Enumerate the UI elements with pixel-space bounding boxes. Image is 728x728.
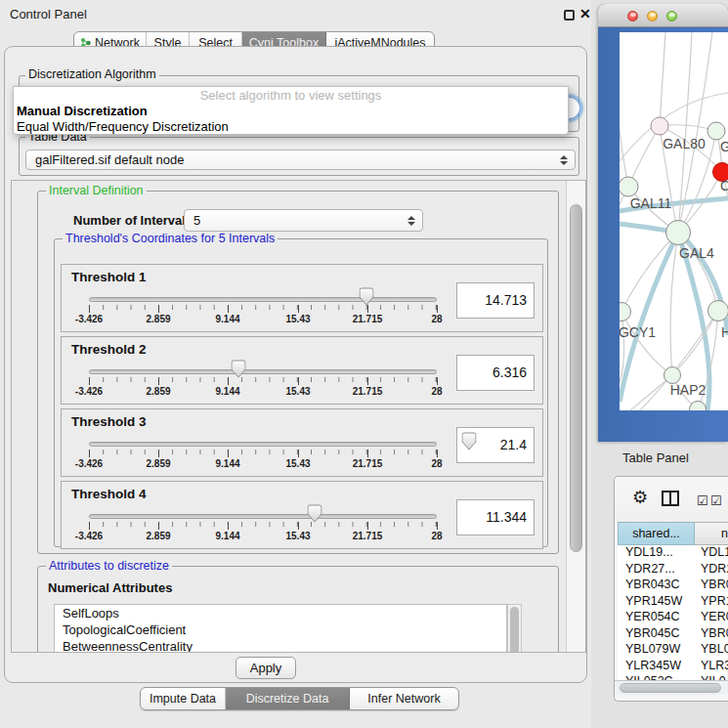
network-graph: GAL80 G C GAL11 GAL4 GCY1 H HAP2 [620,32,728,410]
table-row[interactable]: YPR145WYPR1 [618,594,728,611]
close-traffic-light-icon[interactable] [627,11,638,21]
slider-ticks [89,522,437,527]
threshold-2-panel: Threshold 2 -3.426 2.859 9.144 15.43 21.… [61,336,543,405]
network-view-window: GAL80 G C GAL11 GAL4 GCY1 H HAP2 [598,4,728,442]
threshold-1-panel: Threshold 1 -3.426 2.859 9.144 15.43 21.… [61,264,543,332]
table-horizontal-scrollbar[interactable] [615,680,728,695]
dropdown-item-manual[interactable]: Manual Discretization [14,104,568,119]
threshold-4-slider[interactable] [89,514,437,519]
threshold-3-slider[interactable] [89,442,437,447]
dropdown-placeholder[interactable]: Select algorithm to view settings [14,87,568,104]
dropdown-item-equal-width[interactable]: Equal Width/Frequency Discretization [14,119,568,135]
node-gal80[interactable] [651,117,668,135]
table-header-row: shared... name [618,522,728,545]
column-header-shared-name[interactable]: shared... [618,522,695,545]
apply-button[interactable]: Apply [236,657,296,679]
threshold-1-value-field[interactable]: 14.713 [456,282,535,319]
attributes-list: SelfLoops TopologicalCoefficient Between… [54,604,507,653]
threshold-coordinates-label: Threshold's Coordinates for 5 Intervals [63,232,278,245]
slider-handle[interactable] [461,432,476,450]
select-checkbox-icon[interactable]: ☑ [710,493,722,508]
node-partial-h[interactable] [708,301,728,321]
select-checkbox-icon[interactable]: ☑ [697,493,708,508]
node-label: C [720,178,728,193]
bottom-tab-bar: Impute Data Discretize Data Infer Networ… [140,687,459,710]
screen: Control Panel ✕ Network Style Select Cyn… [0,0,728,728]
list-item[interactable]: SelfLoops [55,605,506,621]
table-data-combobox[interactable]: galFiltered.sif default node [25,150,576,170]
node-label: GAL4 [679,245,714,261]
network-window-titlebar[interactable] [598,4,728,27]
node-label: GAL11 [630,195,672,211]
node-bottom-partial[interactable] [690,402,707,411]
table-panel-title: Table Panel [622,450,689,465]
zoom-traffic-light-icon[interactable] [666,11,677,21]
interval-definition-label: Interval Definition [46,184,147,197]
threshold-2-value-field[interactable]: 6.316 [456,355,535,391]
table-rows: YDL19...YDL1 YDR27...YDR2 YBR043CYBR0 YP… [618,545,728,680]
gear-icon[interactable]: ⚙ [632,487,648,508]
threshold-1-slider[interactable] [89,297,437,302]
list-item[interactable]: BetweennessCentrality [55,638,506,653]
threshold-2-slider[interactable] [89,369,437,374]
split-view-icon[interactable] [662,491,679,510]
table-panel: ⚙ ☑ ☑ shared... name YDL19...YDL1 YDR27.… [614,476,728,702]
table-row[interactable]: YDL19...YDL1 [618,545,728,562]
network-canvas[interactable]: GAL80 G C GAL11 GAL4 GCY1 H HAP2 [620,32,728,410]
algorithm-dropdown-popup: Select algorithm to view settings Manual… [13,86,569,135]
threshold-coordinates-groupbox: Threshold's Coordinates for 5 Intervals … [54,238,548,547]
column-header-name[interactable]: name [695,522,728,545]
node-label: H [721,324,728,340]
node-label: GCY1 [620,324,656,340]
close-icon[interactable]: ✕ [579,6,591,21]
panel-title: Control Panel [10,7,87,21]
slider-ticks [89,377,437,382]
node-label: G [720,139,728,154]
table-row[interactable]: YBR043CYBR0 [618,578,728,594]
minimize-traffic-light-icon[interactable] [647,11,658,21]
cyni-toolbox-panel: Discretization Algorithm Table Data galF… [4,46,587,683]
slider-handle[interactable] [231,360,245,378]
table-row[interactable]: YDR27...YDR2 [618,562,728,578]
stepper-icon [407,216,415,226]
number-of-intervals-combobox[interactable]: 5 [184,209,423,232]
node-gal11[interactable] [620,177,638,196]
node-label: HAP2 [670,382,707,398]
control-panel-window: Control Panel ✕ Network Style Select Cyn… [0,0,591,728]
float-window-icon[interactable] [564,10,575,21]
node-gcy1[interactable] [620,303,631,321]
table-row[interactable]: YBR045CYBR0 [618,626,728,643]
algorithm-group-label: Discretization Algorithm [25,67,159,81]
slider-ticks [89,450,437,454]
stepper-icon [560,155,568,165]
interval-definition-groupbox: Interval Definition Number of Intervals … [37,191,559,554]
threshold-4-value-field[interactable]: 11.344 [456,499,535,535]
node-label: GAL80 [663,136,706,151]
number-of-intervals-label: Number of Intervals [73,213,193,228]
threshold-4-panel: Threshold 4 -3.426 2.859 9.144 15.43 21.… [61,481,543,549]
slider-ticks [89,305,437,310]
list-item[interactable]: TopologicalCoefficient [55,621,506,638]
slider-handle[interactable] [308,504,322,523]
table-row[interactable]: YBL079WYBL0 [618,642,728,659]
table-row[interactable]: YER054CYER0 [618,610,728,626]
tab-infer-network[interactable]: Infer Network [350,688,458,709]
table-toolbar: ⚙ ☑ ☑ [615,477,728,522]
settings-vertical-scrollbar[interactable] [566,181,586,653]
settings-scrollpane: Interval Definition Number of Intervals … [11,180,586,653]
tab-impute-data[interactable]: Impute Data [141,688,226,709]
attributes-groupbox: Attributes to discretize Numerical Attri… [37,566,559,653]
slider-handle[interactable] [359,287,373,306]
tab-discretize-data[interactable]: Discretize Data [226,688,350,709]
list-scrollbar[interactable] [507,604,522,653]
node-hap2[interactable] [664,367,681,384]
node-gal4[interactable] [666,221,691,245]
node-partial-g[interactable] [707,122,725,140]
numerical-attributes-label: Numerical Attributes [48,580,172,595]
threshold-3-panel: Threshold 3 -3.426 2.859 9.144 15.43 21.… [61,408,543,477]
table-row[interactable]: YLR345WYLR3 [618,659,728,675]
attributes-group-label: Attributes to discretize [46,559,172,573]
